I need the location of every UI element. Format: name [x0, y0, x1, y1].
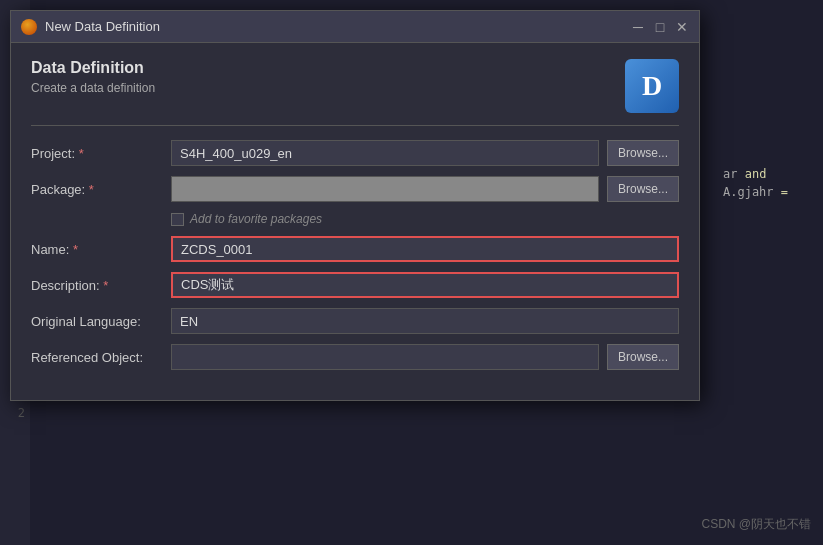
- description-field-wrap: [171, 272, 679, 298]
- project-field-wrap: Browse...: [171, 140, 679, 166]
- dialog-title-bar: New Data Definition ─ □ ✕: [11, 11, 699, 43]
- dialog-header-text: Data Definition Create a data definition: [31, 59, 155, 95]
- referenced-object-row: Referenced Object: Browse...: [31, 344, 679, 370]
- original-language-input[interactable]: [171, 308, 679, 334]
- new-data-definition-dialog: New Data Definition ─ □ ✕ Data Definitio…: [10, 10, 700, 401]
- dialog-logo: D: [625, 59, 679, 113]
- separator: [31, 125, 679, 126]
- title-controls: ─ □ ✕: [631, 20, 689, 34]
- name-input[interactable]: [171, 236, 679, 262]
- package-input[interactable]: [171, 176, 599, 202]
- package-browse-button[interactable]: Browse...: [607, 176, 679, 202]
- project-row: Project: * Browse...: [31, 140, 679, 166]
- referenced-object-label: Referenced Object:: [31, 350, 171, 365]
- name-label: Name: *: [31, 242, 171, 257]
- close-button[interactable]: ✕: [675, 20, 689, 34]
- referenced-object-input[interactable]: [171, 344, 599, 370]
- code-snippet: ar and A.gjahr =: [723, 165, 823, 201]
- name-field-wrap: [171, 236, 679, 262]
- dialog-subtitle: Create a data definition: [31, 81, 155, 95]
- watermark: CSDN @阴天也不错: [701, 516, 811, 533]
- add-favorite-label: Add to favorite packages: [190, 212, 322, 226]
- project-label: Project: *: [31, 146, 171, 161]
- maximize-button[interactable]: □: [653, 20, 667, 34]
- original-language-field-wrap: [171, 308, 679, 334]
- original-language-row: Original Language:: [31, 308, 679, 334]
- package-field-wrap: Browse...: [171, 176, 679, 202]
- minimize-button[interactable]: ─: [631, 20, 645, 34]
- package-label: Package: *: [31, 182, 171, 197]
- referenced-object-browse-button[interactable]: Browse...: [607, 344, 679, 370]
- description-label: Description: *: [31, 278, 171, 293]
- title-bar-left: New Data Definition: [21, 19, 160, 35]
- dialog-title-text: New Data Definition: [45, 19, 160, 34]
- name-row: Name: *: [31, 236, 679, 262]
- project-browse-button[interactable]: Browse...: [607, 140, 679, 166]
- dialog-main-title: Data Definition: [31, 59, 155, 77]
- add-favorite-checkbox[interactable]: [171, 213, 184, 226]
- dialog-icon: [21, 19, 37, 35]
- original-language-label: Original Language:: [31, 314, 171, 329]
- favorite-checkbox-row: Add to favorite packages: [171, 212, 679, 226]
- description-row: Description: *: [31, 272, 679, 298]
- project-input[interactable]: [171, 140, 599, 166]
- package-row: Package: * Browse...: [31, 176, 679, 202]
- description-input[interactable]: [171, 272, 679, 298]
- dialog-header: Data Definition Create a data definition…: [31, 59, 679, 113]
- dialog-body: Data Definition Create a data definition…: [11, 43, 699, 400]
- referenced-object-field-wrap: Browse...: [171, 344, 679, 370]
